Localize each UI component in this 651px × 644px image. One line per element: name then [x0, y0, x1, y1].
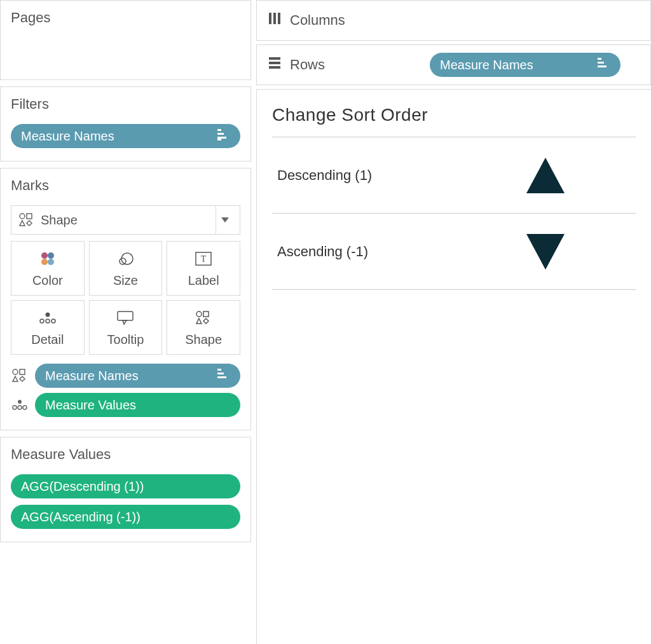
shape-icon	[18, 212, 36, 228]
filters-title: Filters	[11, 96, 240, 113]
rows-label: Rows	[290, 57, 325, 73]
svg-rect-4	[217, 129, 221, 131]
marks-size-button[interactable]: Size	[89, 241, 163, 296]
viz-shape-triangle-down	[507, 234, 584, 270]
size-icon	[116, 249, 135, 268]
svg-point-5	[20, 214, 25, 219]
dropdown-caret[interactable]	[216, 206, 233, 234]
svg-marker-7	[20, 221, 25, 226]
viz-row-label: Ascending (-1)	[272, 243, 507, 260]
svg-rect-41	[278, 13, 280, 24]
svg-rect-3	[217, 133, 224, 135]
sort-icon	[217, 369, 230, 383]
svg-point-12	[41, 259, 48, 265]
marks-tooltip-button[interactable]: Tooltip	[89, 300, 163, 355]
viz-canvas: Change Sort Order Descending (1) Ascendi…	[256, 89, 651, 644]
marks-btn-label: Size	[113, 273, 138, 288]
detail-encoding-icon	[11, 397, 29, 413]
marks-type-select[interactable]: Shape	[11, 205, 240, 235]
svg-marker-30	[13, 376, 18, 381]
viz-row: Ascending (-1)	[272, 214, 636, 290]
svg-rect-6	[27, 214, 32, 219]
columns-shelf[interactable]: Columns	[256, 0, 651, 41]
svg-point-19	[40, 319, 44, 323]
marks-pill-measure-values[interactable]: Measure Values	[35, 393, 240, 417]
pill-label: Measure Names	[440, 58, 533, 72]
svg-rect-46	[598, 62, 604, 64]
columns-label: Columns	[290, 12, 345, 29]
rows-icon	[268, 57, 281, 73]
svg-rect-29	[20, 369, 25, 374]
svg-point-21	[51, 319, 55, 323]
marks-btn-label: Detail	[31, 332, 64, 347]
svg-point-18	[45, 312, 50, 317]
tooltip-icon	[116, 308, 134, 327]
marks-shape-button[interactable]: Shape	[167, 300, 240, 355]
svg-rect-25	[203, 312, 209, 317]
marks-label-button[interactable]: T Label	[167, 241, 240, 296]
svg-marker-31	[20, 376, 25, 381]
svg-marker-23	[123, 320, 127, 324]
shape-icon	[196, 308, 211, 327]
marks-btn-label: Shape	[185, 332, 222, 347]
shape-encoding-icon	[11, 368, 29, 383]
svg-point-36	[13, 406, 17, 409]
pill-label: Measure Values	[45, 398, 136, 413]
svg-marker-49	[526, 234, 565, 270]
marks-shelf: Marks Shape	[0, 168, 251, 430]
svg-marker-8	[27, 221, 32, 226]
sort-icon	[598, 58, 610, 72]
svg-rect-22	[118, 312, 133, 320]
svg-marker-9	[221, 217, 229, 223]
measure-values-shelf[interactable]: Measure Values AGG(Descending (1)) AGG(A…	[0, 437, 251, 542]
rows-pill-measure-names[interactable]: Measure Names	[430, 53, 620, 77]
svg-rect-40	[273, 13, 276, 24]
pages-shelf[interactable]: Pages	[0, 0, 251, 80]
svg-rect-39	[269, 13, 271, 24]
svg-rect-45	[598, 65, 606, 67]
marks-btn-label: Label	[188, 273, 219, 288]
svg-point-14	[121, 253, 133, 264]
marks-pill-measure-names[interactable]: Measure Names	[35, 364, 240, 388]
svg-rect-44	[269, 66, 280, 69]
viz-title: Change Sort Order	[272, 105, 636, 125]
mv-pill-agg-ascending[interactable]: AGG(Ascending (-1))	[11, 505, 240, 529]
svg-point-15	[120, 258, 126, 264]
svg-point-28	[13, 369, 18, 374]
marks-btn-label: Color	[32, 273, 63, 288]
label-icon: T	[195, 249, 212, 268]
marks-color-button[interactable]: Color	[11, 241, 85, 296]
svg-rect-33	[217, 373, 224, 374]
filter-pill-measure-names[interactable]: Measure Names	[11, 124, 240, 148]
measure-values-title: Measure Values	[11, 446, 240, 463]
pill-label: Measure Names	[45, 369, 139, 383]
color-icon	[38, 249, 57, 268]
svg-rect-43	[269, 62, 280, 64]
svg-rect-2	[217, 137, 226, 139]
pill-label: AGG(Ascending (-1))	[21, 510, 140, 524]
svg-point-24	[196, 312, 202, 317]
svg-marker-26	[196, 319, 202, 324]
svg-text:T: T	[201, 254, 207, 264]
marks-type-label: Shape	[36, 213, 216, 228]
svg-marker-27	[203, 319, 209, 324]
marks-detail-button[interactable]: Detail	[11, 300, 85, 355]
viz-row-label: Descending (1)	[272, 167, 507, 184]
marks-btn-label: Tooltip	[107, 332, 144, 347]
marks-title: Marks	[11, 177, 240, 194]
svg-marker-48	[526, 158, 565, 193]
svg-point-37	[18, 406, 22, 409]
svg-point-13	[48, 259, 54, 265]
svg-point-38	[23, 406, 27, 409]
detail-icon	[38, 308, 57, 327]
filters-shelf[interactable]: Filters Measure Names	[0, 86, 251, 161]
mv-pill-agg-descending[interactable]: AGG(Descending (1))	[11, 474, 240, 498]
svg-rect-42	[269, 57, 280, 60]
svg-rect-47	[598, 58, 601, 60]
svg-point-20	[46, 319, 50, 323]
svg-point-35	[18, 400, 22, 404]
rows-shelf[interactable]: Rows Measure Names	[256, 45, 651, 85]
svg-point-10	[41, 252, 48, 259]
viz-row: Descending (1)	[272, 137, 636, 214]
svg-rect-34	[217, 369, 221, 371]
